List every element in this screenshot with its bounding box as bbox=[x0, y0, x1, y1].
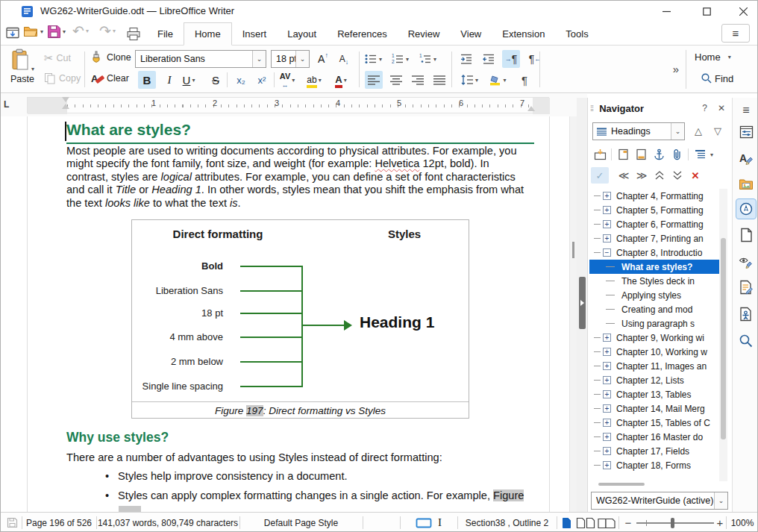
tree-expander-icon[interactable] bbox=[603, 334, 611, 342]
increase-font-size-button[interactable]: A↑ bbox=[314, 50, 332, 68]
section-outline-status[interactable]: Section38 , Outline 2 bbox=[457, 513, 557, 532]
promote-level-icon[interactable] bbox=[651, 167, 668, 184]
tab-layout[interactable]: Layout bbox=[277, 22, 327, 46]
tab-extension[interactable]: Extension bbox=[492, 22, 555, 46]
navigator-icon[interactable] bbox=[736, 198, 757, 219]
font-size-combo[interactable]: 18 pt⌄ bbox=[271, 50, 310, 68]
page-icon[interactable] bbox=[736, 225, 757, 245]
navigate-by-combo[interactable]: Headings⌄ bbox=[592, 122, 685, 140]
italic-button[interactable]: I bbox=[160, 71, 178, 89]
right-indent-marker[interactable] bbox=[527, 106, 535, 111]
navigator-tree-item[interactable]: Chapter 13, Tables bbox=[589, 387, 719, 401]
undo-dropdown-icon[interactable]: ▾ bbox=[86, 28, 89, 34]
tree-expander-icon[interactable] bbox=[603, 192, 611, 200]
navigator-tree-item[interactable]: Applying styles bbox=[589, 288, 719, 302]
underline-button[interactable]: U▾ bbox=[180, 71, 198, 89]
toolbar-overflow-button[interactable]: » bbox=[666, 59, 686, 78]
increase-indent-icon[interactable] bbox=[457, 50, 475, 68]
demote-chapter-icon[interactable]: ≫ bbox=[633, 167, 651, 184]
tree-expander-icon[interactable] bbox=[603, 234, 611, 242]
tab-review[interactable]: Review bbox=[398, 22, 451, 46]
decrease-indent-icon[interactable] bbox=[480, 50, 498, 68]
zoom-slider-thumb[interactable] bbox=[671, 518, 674, 528]
navigator-hscrollbar-thumb[interactable] bbox=[598, 483, 645, 486]
navigator-tree-item[interactable]: Chapter 12, Lists bbox=[589, 373, 719, 387]
undo-button[interactable]: ↶ ▾ bbox=[72, 22, 89, 40]
redo-dropdown-icon[interactable]: ▾ bbox=[113, 28, 116, 34]
page-style-status[interactable]: Default Page Style bbox=[239, 513, 363, 532]
font-color-button[interactable]: A▾ bbox=[332, 71, 350, 89]
clone-formatting-button[interactable]: Clone bbox=[91, 51, 131, 63]
tab-stop-selector[interactable]: L bbox=[4, 99, 9, 110]
toggle-master-view-icon[interactable] bbox=[591, 146, 609, 163]
next-heading-icon[interactable]: ▽ bbox=[709, 122, 727, 139]
chevron-down-icon[interactable]: ⌄ bbox=[714, 492, 727, 509]
navigator-tree-item[interactable]: Creating and mod bbox=[589, 302, 719, 316]
gallery-icon[interactable] bbox=[736, 174, 757, 195]
chevron-down-icon[interactable]: ⌄ bbox=[671, 123, 684, 140]
selection-mode-status[interactable]: I bbox=[400, 513, 457, 532]
content-navigation-view-icon[interactable]: ✓ bbox=[591, 167, 609, 184]
figure-frame[interactable]: Direct formatting Styles Bold Liberation… bbox=[131, 219, 469, 419]
tree-expander-icon[interactable] bbox=[603, 362, 611, 370]
decrease-font-size-button[interactable]: A↓ bbox=[335, 50, 353, 68]
document-canvas[interactable]: What are styles? Most people are used to… bbox=[1, 116, 569, 512]
properties-icon[interactable] bbox=[736, 122, 757, 143]
line-spacing-button[interactable]: ▾ bbox=[460, 71, 478, 89]
navigator-tree-item[interactable]: Chapter 6, Formatting bbox=[589, 217, 719, 231]
navigator-tree-item[interactable]: The Styles deck in bbox=[589, 274, 719, 288]
tree-expander-icon[interactable] bbox=[603, 433, 611, 441]
paste-dropdown-icon[interactable]: ▾ bbox=[31, 66, 34, 72]
strikethrough-button[interactable]: S bbox=[207, 71, 225, 89]
document-scrollbar-thumb[interactable] bbox=[572, 242, 574, 258]
minimize-button[interactable] bbox=[651, 1, 681, 21]
left-to-right-button[interactable]: →¶ bbox=[502, 50, 520, 68]
print-icon[interactable] bbox=[125, 25, 142, 43]
save-status-icon[interactable] bbox=[4, 513, 20, 532]
open-button[interactable]: ▾ bbox=[23, 25, 43, 39]
first-line-indent-marker[interactable] bbox=[62, 97, 69, 109]
menubar-toggle-icon[interactable]: ≡ bbox=[721, 24, 750, 43]
right-to-left-button[interactable]: ¶← bbox=[526, 50, 544, 68]
numbered-list-button[interactable]: 12▾ bbox=[391, 50, 409, 68]
save-dropdown-icon[interactable]: ▾ bbox=[63, 28, 66, 35]
underline-dropdown-icon[interactable]: ▾ bbox=[192, 77, 195, 84]
navigator-tree-item[interactable]: Using paragraph s bbox=[589, 316, 719, 331]
footer-icon[interactable] bbox=[632, 146, 650, 163]
horizontal-ruler[interactable]: L 1 2 3 4 5 6 7 bbox=[1, 94, 587, 116]
tree-expander-icon[interactable] bbox=[603, 248, 611, 257]
navigator-tree-item[interactable]: Chapter 11, Images an bbox=[589, 359, 719, 373]
chevron-down-icon[interactable]: ⌄ bbox=[295, 51, 309, 67]
outline-list-button[interactable]: 1▾ bbox=[419, 50, 436, 68]
clear-formatting-button[interactable]: A Clear bbox=[91, 72, 129, 84]
tree-expander-icon[interactable] bbox=[603, 348, 611, 356]
styles-icon[interactable]: A bbox=[736, 148, 757, 169]
delete-heading-icon[interactable]: ✕ bbox=[686, 167, 704, 184]
character-spacing-button[interactable]: AV↔▾ bbox=[278, 71, 296, 89]
save-button[interactable]: ▾ bbox=[47, 25, 66, 39]
demote-level-icon[interactable] bbox=[668, 167, 686, 184]
accessibility-check-icon[interactable] bbox=[736, 304, 757, 325]
anchor-icon[interactable] bbox=[650, 146, 668, 163]
navigator-tree-item[interactable]: Chapter 14, Mail Merg bbox=[589, 401, 719, 416]
zoom-in-button[interactable]: + bbox=[714, 513, 726, 532]
new-document-icon[interactable] bbox=[4, 25, 22, 43]
navigator-tree-item[interactable]: Chapter 7, Printing an bbox=[589, 231, 719, 245]
navigator-tree-item[interactable]: Chapter 17, Fields bbox=[589, 444, 719, 458]
navigator-tree-item[interactable]: Chapter 8, Introductio bbox=[589, 245, 719, 260]
manage-changes-icon[interactable] bbox=[736, 277, 757, 298]
paragraph-background-button[interactable]: ▾ bbox=[489, 71, 507, 89]
sidebar-menu-icon[interactable]: ≡ bbox=[736, 100, 757, 121]
bullet-list-button[interactable]: ▾ bbox=[364, 50, 382, 68]
subscript-button[interactable]: x₂ bbox=[232, 71, 250, 89]
navigator-scrollbar[interactable] bbox=[719, 189, 727, 481]
tree-expander-icon[interactable] bbox=[603, 376, 611, 384]
promote-chapter-icon[interactable]: ≪ bbox=[615, 167, 633, 184]
panel-help-button[interactable]: ? bbox=[702, 103, 707, 113]
find-button[interactable]: Find bbox=[701, 72, 733, 84]
zoom-slider[interactable] bbox=[635, 513, 715, 532]
tree-expander-icon[interactable] bbox=[603, 461, 611, 469]
copy-button[interactable]: Copy bbox=[44, 72, 81, 84]
superscript-button[interactable]: x² bbox=[253, 71, 271, 89]
navigator-tree-item[interactable]: Chapter 15, Tables of C bbox=[589, 416, 719, 430]
